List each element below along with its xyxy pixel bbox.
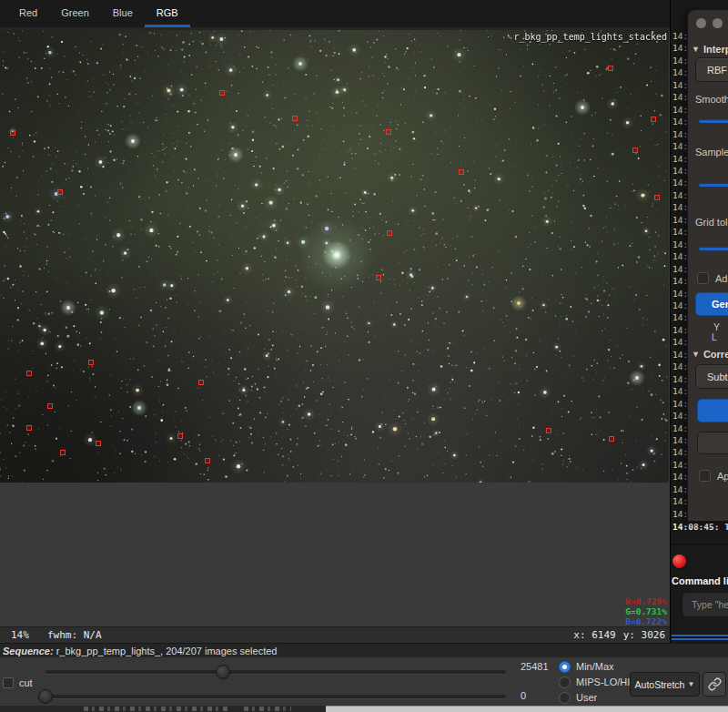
- green-value: G=0.731%: [625, 606, 667, 616]
- correction-section-header[interactable]: ▼ Correction: [692, 349, 728, 360]
- sample-marker[interactable]: [10, 130, 15, 136]
- interpolation-method-dropdown[interactable]: RBF: [695, 57, 728, 82]
- stretch-mode-dropdown[interactable]: AutoStretch ▼: [630, 672, 700, 697]
- correction-primary-button[interactable]: [697, 399, 728, 422]
- tab-blue[interactable]: Blue: [101, 0, 145, 27]
- background-window-edge: [326, 706, 728, 712]
- tab-red[interactable]: Red: [7, 0, 49, 27]
- low-level-value: 0: [521, 690, 526, 701]
- image-title: r_bkg_pp_temp_lights_stacked: [513, 32, 667, 42]
- radio-min-max[interactable]: Min/Max: [559, 660, 614, 673]
- sample-marker[interactable]: [57, 189, 63, 195]
- correction-method-dropdown[interactable]: Subtraction: [695, 364, 728, 389]
- sample-marker[interactable]: [219, 90, 225, 96]
- radio-mips-lo-hi[interactable]: MIPS-LO/HI: [559, 676, 630, 688]
- low-level-slider-track[interactable]: [46, 695, 506, 698]
- add-dither-checkbox[interactable]: Add dither: [697, 272, 728, 284]
- radio-label: MIPS-LO/HI: [576, 676, 630, 687]
- sequence-bar: Sequence: r_bkg_pp_temp_lights_, 204/207…: [0, 643, 728, 657]
- chain-link-icon: [708, 677, 722, 691]
- correction-header-label: Correction: [703, 349, 728, 360]
- sample-marker[interactable]: [205, 458, 210, 463]
- checkbox-icon: [697, 272, 709, 284]
- progress-bar: [672, 635, 728, 640]
- radio-icon: [559, 661, 571, 673]
- clipped-background-text: [244, 707, 291, 711]
- interpolation-section-header[interactable]: ▼ Interpolation: [692, 44, 728, 55]
- sequence-value: r_bkg_pp_temp_lights_, 204/207 images se…: [54, 646, 278, 656]
- cursor-x: x: 6149: [573, 629, 615, 641]
- correction-secondary-button[interactable]: [697, 432, 728, 454]
- command-input[interactable]: [682, 592, 728, 617]
- stretch-mode-label: AutoStretch: [635, 679, 685, 690]
- background-samples-layer: [0, 30, 669, 483]
- sample-marker[interactable]: [376, 275, 381, 280]
- grid-tolerance-slider[interactable]: [699, 247, 728, 250]
- progress-bar-bottom: [672, 638, 728, 640]
- sample-marker[interactable]: [651, 117, 656, 122]
- siril-window: RedGreenBlueRGB r_bkg_pp_temp_lights_sta…: [0, 0, 728, 712]
- sample-marker[interactable]: [96, 441, 101, 446]
- grid-tolerance-label: Grid tolerance: [695, 217, 728, 228]
- tab-green[interactable]: Green: [49, 0, 101, 27]
- command-line-label: Command line: [672, 575, 728, 586]
- status-bar: 14% fwhm: N/A x: 6149y: 3026: [0, 626, 670, 643]
- zoom-level: 14%: [11, 629, 29, 641]
- sample-marker[interactable]: [387, 230, 392, 236]
- samples-per-line-slider[interactable]: [699, 183, 728, 187]
- checkbox-icon: [3, 677, 14, 688]
- sample-marker[interactable]: [198, 380, 204, 385]
- sample-marker[interactable]: [459, 169, 464, 175]
- cut-checkbox[interactable]: cut: [3, 677, 33, 688]
- window-controls: [696, 18, 728, 28]
- background-extraction-dialog: ▼ Interpolation RBF Smoothing Samples pe…: [687, 9, 728, 522]
- link-channels-button[interactable]: [703, 672, 726, 697]
- radio-icon: [559, 692, 571, 704]
- sample-marker[interactable]: [26, 371, 32, 376]
- sample-marker[interactable]: [546, 428, 551, 433]
- smoothing-slider[interactable]: [699, 119, 728, 123]
- chevron-down-icon: ▼: [687, 680, 694, 688]
- sample-marker[interactable]: [632, 147, 638, 153]
- high-level-slider-track[interactable]: [46, 670, 506, 674]
- radio-icon: [559, 676, 571, 688]
- radio-label: User: [576, 692, 597, 703]
- image-canvas-area[interactable]: r_bkg_pp_temp_lights_stacked R=0.728% G=…: [0, 27, 670, 626]
- sample-marker[interactable]: [88, 360, 94, 365]
- tab-rgb[interactable]: RGB: [145, 0, 190, 27]
- close-window-button[interactable]: [696, 18, 706, 28]
- minimize-window-button[interactable]: [713, 18, 723, 28]
- image-view-panel: RedGreenBlueRGB r_bkg_pp_temp_lights_sta…: [0, 0, 670, 643]
- display-controls: cut 25481 0 Min/MaxMIPS-LO/HIUser AutoSt…: [0, 657, 728, 706]
- generate-button[interactable]: Generate: [695, 292, 728, 316]
- high-level-value: 25481: [521, 661, 549, 672]
- apply-checkbox[interactable]: Apply: [699, 470, 728, 482]
- sample-marker[interactable]: [654, 195, 660, 200]
- cursor-coordinates: x: 6149y: 3026: [566, 629, 665, 641]
- sample-marker[interactable]: [60, 450, 66, 455]
- low-level-slider-thumb[interactable]: [38, 689, 53, 704]
- sample-marker[interactable]: [26, 425, 32, 431]
- clipped-text-line-2: L: [712, 331, 717, 342]
- sample-marker[interactable]: [292, 116, 298, 121]
- radio-label: Min/Max: [576, 661, 614, 672]
- clipped-background-text: [84, 707, 229, 711]
- sample-marker[interactable]: [47, 403, 53, 409]
- generate-button-label: Generate: [712, 299, 728, 310]
- cut-label: cut: [19, 677, 33, 688]
- sample-marker[interactable]: [608, 66, 613, 71]
- radio-user[interactable]: User: [559, 691, 597, 704]
- cursor-y: y: 3026: [623, 629, 665, 641]
- processing-status-led: [672, 554, 686, 568]
- sample-marker[interactable]: [609, 436, 614, 442]
- background-window-sliver: [0, 706, 728, 712]
- sample-marker[interactable]: [386, 129, 391, 135]
- red-value: R=0.728%: [625, 596, 667, 606]
- smoothing-label: Smoothing: [695, 94, 728, 105]
- high-level-slider-thumb[interactable]: [216, 665, 230, 679]
- panel-divider: [671, 544, 728, 544]
- samples-per-line-label: Samples per line: [695, 147, 728, 158]
- add-dither-label: Add dither: [715, 273, 728, 284]
- sample-marker[interactable]: [177, 433, 183, 439]
- correction-method-value: Subtraction: [707, 371, 728, 382]
